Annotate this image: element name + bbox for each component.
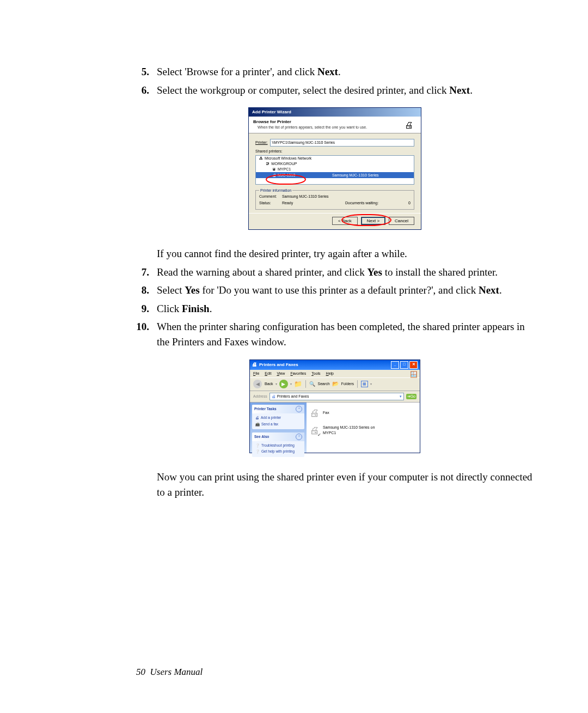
- printer-path-input[interactable]: \\MYPC1\Samsung MJC-1310 Series: [270, 139, 414, 147]
- window-title: Printers and Faxes: [259, 362, 298, 368]
- collapse-icon[interactable]: ⌃: [296, 434, 302, 440]
- instruction-list: 7. Read the warning about a shared print…: [136, 265, 534, 350]
- collapse-icon[interactable]: ⌃: [296, 406, 302, 412]
- step-10: 10. When the printer sharing configurati…: [136, 319, 534, 349]
- menu-file[interactable]: File: [253, 371, 259, 376]
- folders-label: Folders: [341, 381, 354, 387]
- tasks-sidebar: Printer Tasks ⌃ 🖨Add a printer 📠Send a f…: [250, 403, 307, 453]
- step-number: 6.: [136, 83, 149, 98]
- printer-icon: 🖨: [252, 361, 257, 368]
- note-text: If you cannot find the desired printer, …: [157, 246, 534, 261]
- closing-text: Now you can print using the shared print…: [157, 470, 534, 499]
- menu-help[interactable]: Help: [326, 371, 334, 376]
- menu-tools[interactable]: Tools: [311, 371, 320, 376]
- folder-icon: 🖨: [272, 394, 275, 399]
- back-label: Back: [265, 381, 273, 387]
- fax-icon: 🖨: [310, 406, 320, 420]
- tree-node-network: 🖧Microsoft Windows Network: [256, 156, 414, 161]
- add-printer-wizard-dialog: Add Printer Wizard Browse for Printer Wh…: [248, 107, 421, 230]
- link-send-fax[interactable]: 📠Send a fax: [255, 422, 301, 426]
- step-text: Select Yes for 'Do you want to use this …: [157, 283, 534, 298]
- search-label: Search: [318, 381, 330, 387]
- views-button[interactable]: ▦: [361, 381, 368, 387]
- block-title: See Also: [254, 434, 269, 439]
- default-check-icon: ✔: [317, 432, 321, 438]
- up-button[interactable]: 📁: [294, 380, 302, 389]
- help-icon: ❔: [255, 449, 260, 454]
- tree-node-workgroup: 🖳WORKGROUP: [256, 161, 414, 167]
- step-text: Read the warning about a shared printer,…: [157, 265, 534, 280]
- menu-view[interactable]: View: [277, 371, 285, 376]
- step-6: 6. Select the workgroup or computer, sel…: [136, 83, 534, 98]
- next-button[interactable]: Next >: [361, 217, 385, 225]
- step-7: 7. Read the warning about a shared print…: [136, 265, 534, 280]
- go-button[interactable]: ➜ Go: [406, 394, 416, 399]
- toolbar: ◀ Back ▾ ▶ ▾ 📁 🔍 Search 📂 Folders ▦▾: [250, 377, 420, 391]
- item-label: Samsung MJC-1310 Series on MYPC1: [323, 425, 388, 436]
- link-add-printer[interactable]: 🖨Add a printer: [255, 415, 301, 420]
- wizard-figure: Add Printer Wizard Browse for Printer Wh…: [136, 107, 534, 230]
- step-8: 8. Select Yes for 'Do you want to use th…: [136, 283, 534, 298]
- footer-label: Users Manual: [150, 667, 203, 677]
- shared-printers-tree[interactable]: 🖧Microsoft Windows Network 🖳WORKGROUP 🖥M…: [255, 155, 414, 185]
- link-troubleshoot[interactable]: ❔Troubleshoot printing: [255, 443, 301, 448]
- wizard-header: Browse for Printer When the list of prin…: [249, 117, 421, 133]
- network-icon: 🖧: [259, 156, 263, 161]
- add-printer-icon: 🖨: [255, 415, 259, 420]
- item-label: Fax: [323, 410, 329, 416]
- address-label: Address: [253, 394, 267, 399]
- list-item[interactable]: 🖨 Fax: [310, 406, 416, 420]
- windows-flag-icon: 🪟: [410, 370, 418, 379]
- printer-icon: [405, 119, 416, 131]
- step-text: Select 'Browse for a printer', and click…: [157, 64, 534, 80]
- wizard-titlebar: Add Printer Wizard: [249, 108, 421, 117]
- step-text: Select the workgroup or computer, select…: [157, 83, 534, 98]
- window-titlebar: 🖨 Printers and Faxes _ □ ✕: [250, 360, 420, 370]
- menu-favorites[interactable]: Favorites: [290, 371, 306, 376]
- close-button[interactable]: ✕: [409, 361, 418, 369]
- menu-edit[interactable]: Edit: [265, 371, 271, 376]
- printer-icon: 🖨: [272, 173, 276, 178]
- step-9: 9. Click Finish.: [136, 301, 534, 316]
- group-legend: Printer information: [259, 188, 292, 193]
- wizard-header-title: Browse for Printer: [253, 119, 405, 125]
- address-input[interactable]: 🖨 Printers and Faxes ▾: [270, 393, 404, 400]
- step-number: 5.: [136, 64, 149, 80]
- maximize-button[interactable]: □: [400, 361, 408, 369]
- printers-window-figure: 🖨 Printers and Faxes _ □ ✕ File Edit Vie…: [136, 359, 534, 454]
- link-get-help[interactable]: ❔Get help with printing: [255, 449, 301, 454]
- printers-and-faxes-window: 🖨 Printers and Faxes _ □ ✕ File Edit Vie…: [249, 359, 420, 454]
- page-content: 5. Select 'Browse for a printer', and cl…: [0, 0, 588, 499]
- instruction-list: 5. Select 'Browse for a printer', and cl…: [136, 64, 534, 97]
- menu-bar: File Edit View Favorites Tools Help 🪟: [250, 370, 420, 377]
- tree-node-computer: 🖥MYPC1: [256, 167, 414, 172]
- back-button[interactable]: ◀: [253, 380, 262, 388]
- step-5: 5. Select 'Browse for a printer', and cl…: [136, 64, 534, 80]
- address-bar: Address 🖨 Printers and Faxes ▾ ➜ Go: [250, 391, 420, 403]
- shared-printers-label: Shared printers:: [255, 149, 414, 154]
- step-text: Click Finish.: [157, 301, 534, 316]
- printer-tasks-block: Printer Tasks ⌃ 🖨Add a printer 📠Send a f…: [252, 405, 304, 429]
- step-number: 10.: [136, 319, 149, 349]
- folders-icon[interactable]: 📂: [332, 380, 339, 388]
- printers-pane: 🖨 Fax 🖨✔ Samsung MJC-1310 Series on MYPC…: [307, 403, 420, 453]
- printer-label: Printer:: [255, 140, 268, 145]
- printer-information-group: Printer information Comment: Samsung MJC…: [255, 190, 414, 210]
- see-also-block: See Also ⌃ ❔Troubleshoot printing ❔Get h…: [252, 432, 304, 457]
- shared-printer-icon: 🖨✔: [310, 423, 320, 437]
- list-item[interactable]: 🖨✔ Samsung MJC-1310 Series on MYPC1: [310, 423, 416, 437]
- step-number: 9.: [136, 301, 149, 316]
- search-icon[interactable]: 🔍: [309, 381, 315, 388]
- step-text: When the printer sharing configuration h…: [157, 319, 534, 349]
- fax-icon: 📠: [255, 422, 260, 426]
- back-button[interactable]: < Back: [332, 217, 358, 225]
- dropdown-icon[interactable]: ▾: [400, 394, 402, 399]
- minimize-button[interactable]: _: [391, 361, 399, 369]
- tree-node-selected-printer[interactable]: 🖨 MJC-1310 Samsung MJC-1310 Series: [256, 172, 414, 178]
- help-icon: ❔: [255, 443, 260, 448]
- cancel-button[interactable]: Cancel: [389, 217, 414, 225]
- forward-button[interactable]: ▶: [279, 380, 288, 388]
- wizard-header-subtitle: When the list of printers appears, selec…: [258, 125, 405, 130]
- page-footer: 50 Users Manual: [136, 667, 203, 678]
- step-number: 7.: [136, 265, 149, 280]
